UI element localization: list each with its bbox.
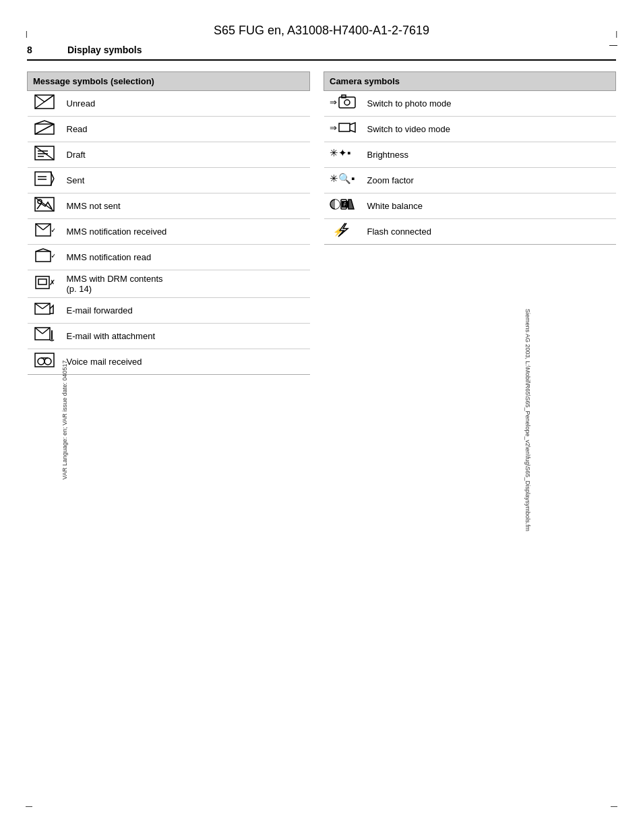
- svg-rect-40: [339, 97, 355, 108]
- message-table-row: MMS not sent: [28, 193, 310, 219]
- svg-text:✓: ✓: [51, 251, 55, 260]
- svg-line-1: [35, 95, 44, 102]
- svg-rect-42: [342, 95, 346, 98]
- message-symbol-envelope-unread: [28, 91, 61, 117]
- message-table: Message symbols (selection) UnreadReadDr…: [27, 71, 310, 375]
- camera-table-row: ✳✦▪Brightness: [324, 142, 616, 168]
- message-symbol-voicemail: [28, 349, 61, 375]
- svg-point-37: [44, 358, 51, 365]
- svg-text:✳✦▪: ✳✦▪: [330, 147, 350, 158]
- svg-point-41: [344, 100, 350, 105]
- camera-label: Brightness: [362, 142, 616, 168]
- camera-symbol-flash-connected: ⚡: [324, 219, 362, 245]
- message-symbol-draft: [28, 142, 61, 168]
- svg-line-18: [35, 198, 54, 211]
- message-symbol-email-attachment: [28, 324, 61, 349]
- svg-point-36: [38, 358, 44, 365]
- camera-table-row: ⇒Switch to video mode: [324, 117, 616, 142]
- message-table-header: Message symbols (selection): [28, 72, 310, 91]
- message-label: Sent: [61, 168, 310, 193]
- camera-symbol-zoom-factor: ✳🔍▪: [324, 168, 362, 193]
- message-table-row: Draft: [28, 142, 310, 168]
- message-table-row: E-mail with attachment: [28, 324, 310, 349]
- svg-text:✓: ✓: [51, 226, 55, 234]
- chapter-number: 8: [27, 44, 47, 55]
- message-label: Draft: [61, 142, 310, 168]
- svg-text:⚡: ⚡: [333, 227, 343, 237]
- message-table-row: ✗MMS with DRM contents(p. 14): [28, 270, 310, 298]
- camera-symbol-switch-video-mode: ⇒: [324, 117, 362, 142]
- camera-symbol-switch-photo-mode: ⇒: [324, 91, 362, 117]
- corner-mark-br: —: [611, 802, 617, 810]
- svg-rect-23: [36, 251, 51, 262]
- message-label: Voice mail received: [61, 349, 310, 375]
- camera-label: White balance: [362, 193, 616, 219]
- page-title: S65 FUG en, A31008-H7400-A1-2-7619: [27, 13, 616, 44]
- svg-rect-25: [36, 276, 49, 289]
- corner-mark-tr2: —: [609, 40, 617, 50]
- svg-rect-26: [38, 279, 47, 284]
- svg-text:⇒: ⇒: [330, 123, 337, 133]
- message-symbol-envelope-read: [28, 117, 61, 142]
- svg-line-22: [43, 224, 51, 230]
- message-label: MMS notification received: [61, 219, 310, 245]
- svg-rect-44: [339, 123, 350, 131]
- corner-mark-tl: |: [26, 30, 28, 38]
- svg-text:✗: ✗: [49, 278, 55, 287]
- message-symbol-mms-drm: ✗: [28, 270, 61, 298]
- side-text-right: Siemens AG 2003, L:\Mobil\R65\S65_Penelo…: [524, 309, 531, 531]
- camera-label: Zoom factor: [362, 168, 616, 193]
- message-label: MMS with DRM contents(p. 14): [61, 270, 310, 298]
- message-symbol-email-forwarded: [28, 298, 61, 324]
- message-table-row: ✓MMS notification read: [28, 245, 310, 270]
- message-table-row: Sent: [28, 168, 310, 193]
- camera-label: Switch to photo mode: [362, 91, 616, 117]
- message-table-row: ✓MMS notification received: [28, 219, 310, 245]
- svg-line-30: [42, 303, 50, 309]
- camera-table-row: ⚡Flash connected: [324, 219, 616, 245]
- svg-text:⇒: ⇒: [330, 97, 337, 107]
- svg-line-32: [35, 328, 42, 334]
- message-table-row: Read: [28, 117, 310, 142]
- svg-line-21: [36, 224, 43, 230]
- message-table-row: E-mail forwarded: [28, 298, 310, 324]
- camera-table: Camera symbols ⇒Switch to photo mode⇒Swi…: [324, 71, 616, 245]
- message-label: MMS not sent: [61, 193, 310, 219]
- corner-mark-tr: |: [615, 30, 617, 38]
- corner-mark-bl: —: [26, 802, 32, 810]
- message-symbol-mms-not-sent: [28, 193, 61, 219]
- camera-label: Switch to video mode: [362, 117, 616, 142]
- camera-table-row: ⇒Switch to photo mode: [324, 91, 616, 117]
- message-table-row: Voice mail received: [28, 349, 310, 375]
- message-label: Read: [61, 117, 310, 142]
- camera-symbol-white-balance: 🅰: [324, 193, 362, 219]
- message-symbol-sent: [28, 168, 61, 193]
- message-table-row: Unread: [28, 91, 310, 117]
- svg-line-33: [42, 328, 50, 334]
- camera-symbol-brightness: ✳✦▪: [324, 142, 362, 168]
- message-label: MMS notification read: [61, 245, 310, 270]
- svg-line-29: [35, 303, 42, 309]
- svg-line-5: [35, 124, 54, 134]
- message-label: E-mail with attachment: [61, 324, 310, 349]
- camera-column: Camera symbols ⇒Switch to photo mode⇒Swi…: [324, 71, 616, 245]
- camera-table-row: 🅰White balance: [324, 193, 616, 219]
- message-symbol-mms-notification-received: ✓: [28, 219, 61, 245]
- chapter-title: Display symbols: [67, 44, 142, 55]
- message-column: Message symbols (selection) UnreadReadDr…: [27, 71, 310, 375]
- chapter-header: 8 Display symbols: [27, 44, 616, 61]
- message-symbol-mms-notification-read: ✓: [28, 245, 61, 270]
- camera-table-row: ✳🔍▪Zoom factor: [324, 168, 616, 193]
- message-label: E-mail forwarded: [61, 298, 310, 324]
- svg-rect-11: [35, 172, 51, 185]
- svg-text:✳🔍▪: ✳🔍▪: [330, 173, 355, 185]
- svg-text:🅰: 🅰: [342, 201, 348, 208]
- camera-label: Flash connected: [362, 219, 616, 245]
- message-label: Unread: [61, 91, 310, 117]
- svg-line-10: [35, 146, 54, 160]
- camera-table-header: Camera symbols: [324, 72, 616, 91]
- side-text-left: VAR Language: en; VAR issue date: 040517: [61, 361, 68, 480]
